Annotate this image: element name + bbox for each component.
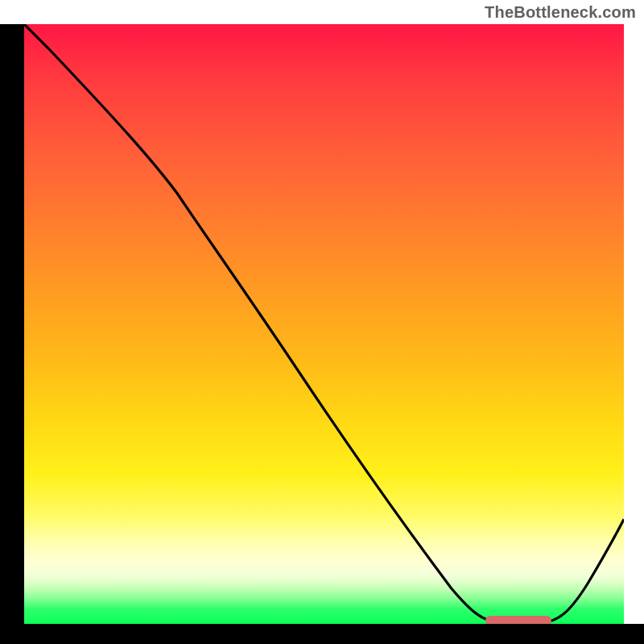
bottleneck-curve (24, 24, 624, 624)
attribution-label: TheBottleneck.com (485, 3, 636, 22)
curve-path (24, 24, 624, 622)
plot-area (24, 24, 624, 624)
y-axis-border (0, 24, 24, 644)
x-axis-border (0, 624, 644, 644)
optimal-range-marker (485, 616, 551, 624)
